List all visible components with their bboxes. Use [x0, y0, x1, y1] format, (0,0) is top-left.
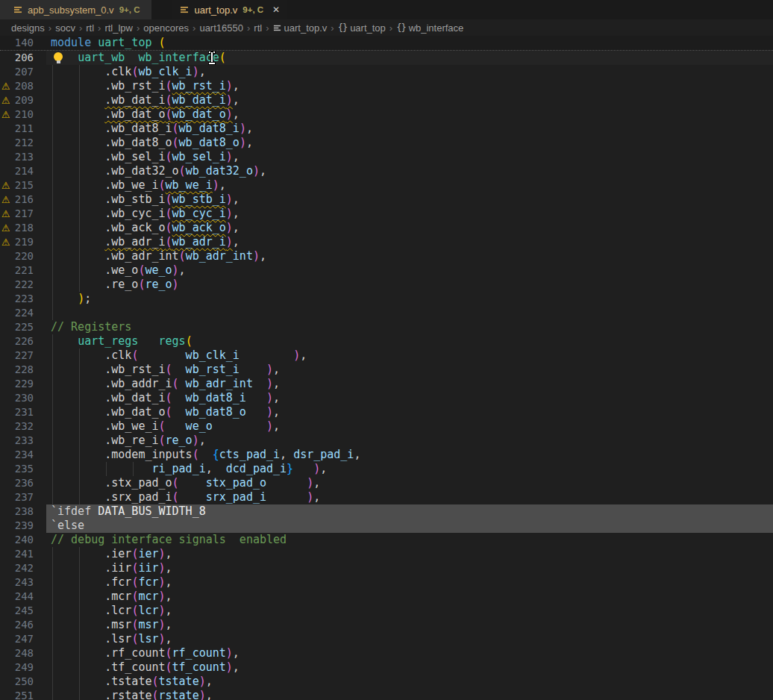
- code-line[interactable]: ⚠216 .wb_stb_i(wb_stb_i),: [0, 193, 773, 207]
- code-content[interactable]: .we_o(we_o),: [46, 263, 773, 278]
- code-content[interactable]: .lcr(lcr),: [46, 604, 773, 618]
- code-line[interactable]: ⚠215 .wb_we_i(wb_we_i),: [0, 178, 773, 193]
- sticky-line[interactable]: 140module uart_top (: [0, 36, 773, 51]
- code-line[interactable]: 239`else: [0, 519, 773, 533]
- line-number[interactable]: 247: [0, 632, 46, 646]
- code-content[interactable]: .ier(ier),: [46, 547, 773, 561]
- code-content[interactable]: .clk( wb_clk_i ),: [46, 349, 773, 363]
- code-content[interactable]: uart_regs regs(: [46, 334, 773, 349]
- line-number[interactable]: 240: [0, 533, 46, 547]
- code-content[interactable]: .wb_dat8_o(wb_dat8_o),: [46, 136, 773, 150]
- code-content[interactable]: .wb_adr_int(wb_adr_int),: [46, 249, 773, 263]
- code-content[interactable]: .tf_count(tf_count),: [46, 660, 773, 675]
- line-number[interactable]: 227: [0, 349, 46, 363]
- code-line[interactable]: 247 .lsr(lsr),: [0, 632, 773, 646]
- line-number[interactable]: 206: [0, 51, 46, 65]
- sticky-scroll[interactable]: 140module uart_top (: [0, 36, 773, 51]
- code-content[interactable]: .wb_addr_i( wb_adr_int ),: [46, 377, 773, 391]
- code-line[interactable]: 225// Registers: [0, 320, 773, 334]
- line-number[interactable]: 248: [0, 646, 46, 660]
- code-content[interactable]: .wb_adr_i(wb_adr_i),: [46, 235, 773, 249]
- line-number[interactable]: 251: [0, 689, 46, 700]
- code-content[interactable]: .wb_dat32_o(wb_dat32_o),: [46, 164, 773, 178]
- code-line[interactable]: 243 .fcr(fcr),: [0, 575, 773, 590]
- code-line[interactable]: ⚠210 .wb_dat_o(wb_dat_o),: [0, 107, 773, 122]
- code-line[interactable]: 211 .wb_dat8_i(wb_dat8_i),: [0, 122, 773, 136]
- code-content[interactable]: .wb_ack_o(wb_ack_o),: [46, 221, 773, 235]
- warning-icon[interactable]: ⚠: [1, 107, 10, 122]
- code-content[interactable]: .wb_dat_o(wb_dat_o),: [46, 107, 773, 122]
- line-number[interactable]: 250: [0, 675, 46, 689]
- tab-apb-subsystem-0[interactable]: apb_subsystem_0.v 9+, C: [0, 0, 151, 19]
- code-line[interactable]: 222 .re_o(re_o): [0, 278, 773, 292]
- code-line[interactable]: 231 .wb_dat_o( wb_dat8_o ),: [0, 405, 773, 419]
- breadcrumb-item-opencores[interactable]: opencores: [143, 22, 189, 34]
- line-number[interactable]: 243: [0, 575, 46, 590]
- warning-icon[interactable]: ⚠: [1, 193, 10, 207]
- line-number[interactable]: 213: [0, 150, 46, 164]
- code-line[interactable]: 223 );: [0, 292, 773, 306]
- line-number[interactable]: 212: [0, 136, 46, 150]
- code-content[interactable]: .wb_dat_i(wb_dat_i),: [46, 93, 773, 107]
- code-line[interactable]: ⚠217 .wb_cyc_i(wb_cyc_i),: [0, 207, 773, 221]
- code-content[interactable]: `ifdef DATA_BUS_WIDTH_8: [46, 504, 773, 519]
- code-content[interactable]: .rf_count(rf_count),: [46, 646, 773, 660]
- code-content[interactable]: .iir(iir),: [46, 561, 773, 575]
- code-content[interactable]: // debug interface signals enabled: [46, 533, 773, 547]
- line-number[interactable]: 236: [0, 476, 46, 490]
- line-number[interactable]: 239: [0, 519, 46, 533]
- code-line[interactable]: 224: [0, 306, 773, 320]
- code-line[interactable]: 251 .rstate(rstate),: [0, 689, 773, 700]
- code-content[interactable]: .wb_sel_i(wb_sel_i),: [46, 150, 773, 164]
- code-line[interactable]: 244 .mcr(mcr),: [0, 590, 773, 604]
- line-number[interactable]: 140: [0, 36, 46, 50]
- code-line[interactable]: 248 .rf_count(rf_count),: [0, 646, 773, 660]
- breadcrumb-item-wb_interface[interactable]: {}wb_interface: [396, 22, 463, 34]
- breadcrumb-item-uart_top.v[interactable]: uart_top.v: [273, 22, 328, 34]
- line-number[interactable]: 233: [0, 434, 46, 448]
- code-line[interactable]: 214 .wb_dat32_o(wb_dat32_o),: [0, 164, 773, 178]
- line-number[interactable]: 223: [0, 292, 46, 306]
- code-content[interactable]: .mcr(mcr),: [46, 590, 773, 604]
- breadcrumb-item-rtl_lpw[interactable]: rtl_lpw: [104, 22, 133, 34]
- code-content[interactable]: .stx_pad_o( stx_pad_o ),: [46, 476, 773, 490]
- code-line[interactable]: 245 .lcr(lcr),: [0, 604, 773, 618]
- tab-uart-top[interactable]: uart_top.v 9+, C ✕: [172, 0, 287, 19]
- code-content[interactable]: .wb_stb_i(wb_stb_i),: [46, 193, 773, 207]
- code-content[interactable]: .wb_dat_i( wb_dat8_i ),: [46, 391, 773, 405]
- line-number[interactable]: 235: [0, 462, 46, 476]
- breadcrumb-item-rtl[interactable]: rtl: [86, 22, 94, 34]
- code-line[interactable]: 220 .wb_adr_int(wb_adr_int),: [0, 249, 773, 263]
- line-number[interactable]: 230: [0, 391, 46, 405]
- code-line[interactable]: 207 .clk(wb_clk_i),: [0, 65, 773, 79]
- line-number[interactable]: 229: [0, 377, 46, 391]
- code-line[interactable]: 234 .modem_inputs( {cts_pad_i, dsr_pad_i…: [0, 448, 773, 462]
- line-number[interactable]: 241: [0, 547, 46, 561]
- line-number[interactable]: 231: [0, 405, 46, 419]
- line-number[interactable]: 221: [0, 263, 46, 278]
- breadcrumb-item-rtl[interactable]: rtl: [254, 22, 262, 34]
- code-content[interactable]: module uart_top (: [46, 36, 773, 50]
- code-line[interactable]: 240// debug interface signals enabled: [0, 533, 773, 547]
- code-line[interactable]: 250 .tstate(tstate),: [0, 675, 773, 689]
- code-line[interactable]: 221 .we_o(we_o),: [0, 263, 773, 278]
- code-line[interactable]: ⚠218 .wb_ack_o(wb_ack_o),: [0, 221, 773, 235]
- code-content[interactable]: .lsr(lsr),: [46, 632, 773, 646]
- line-number[interactable]: 238: [0, 504, 46, 519]
- code-line[interactable]: 227 .clk( wb_clk_i ),: [0, 349, 773, 363]
- code-line[interactable]: 236 .stx_pad_o( stx_pad_o ),: [0, 476, 773, 490]
- code-line[interactable]: ⚠209 .wb_dat_i(wb_dat_i),: [0, 93, 773, 107]
- code-line[interactable]: 242 .iir(iir),: [0, 561, 773, 575]
- code-line[interactable]: 228 .wb_rst_i( wb_rst_i ),: [0, 363, 773, 377]
- breadcrumb-item-uart16550[interactable]: uart16550: [199, 22, 243, 34]
- warning-icon[interactable]: ⚠: [1, 207, 10, 221]
- code-line[interactable]: 235 ri_pad_i, dcd_pad_i} ),: [0, 462, 773, 476]
- line-number[interactable]: 214: [0, 164, 46, 178]
- code-content[interactable]: `else: [46, 519, 773, 533]
- code-editor[interactable]: 140module uart_top ( 206 uart_wb wb_inte…: [0, 36, 773, 700]
- code-line[interactable]: 229 .wb_addr_i( wb_adr_int ),: [0, 377, 773, 391]
- code-line[interactable]: 246 .msr(msr),: [0, 618, 773, 632]
- line-number[interactable]: 246: [0, 618, 46, 632]
- code-line[interactable]: 206 uart_wb wb_interface(: [0, 51, 773, 65]
- warning-icon[interactable]: ⚠: [1, 221, 10, 235]
